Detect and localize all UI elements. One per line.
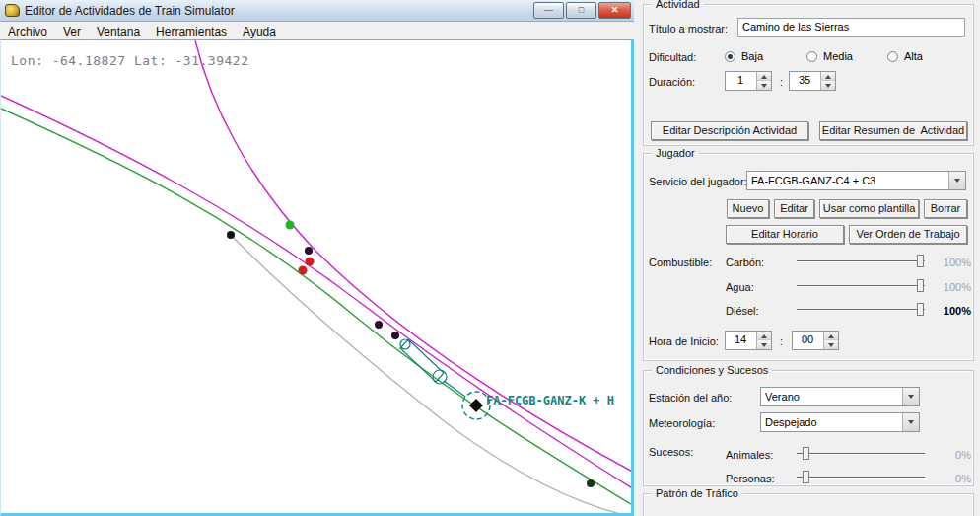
use-as-template-button[interactable]: Usar como plantilla [819,199,919,218]
group-patron-trafico: Patrón de Tráfico [643,493,974,516]
dropdown-arrow-icon[interactable] [948,172,965,189]
menu-herramientas[interactable]: Herramientas [148,24,235,39]
menu-ventana[interactable]: Ventana [89,24,148,39]
waypoint-dot[interactable] [391,332,399,339]
events-label: Sucesos: [649,446,693,458]
slider-track [797,285,925,287]
difficulty-label: Dificultad: [649,51,696,63]
slider-thumb[interactable] [803,471,809,483]
dropdown-arrow-icon[interactable] [902,388,919,405]
radio-alta-label: Alta [904,50,923,62]
waypoint-dot[interactable] [587,479,595,487]
edit-summary-button[interactable]: Editar Resumen de Actividad [819,121,967,140]
slider-thumb[interactable] [917,279,924,292]
waypoint-dot[interactable] [306,258,315,266]
delete-service-button[interactable]: Borrar [924,199,967,218]
radio-media-icon [806,51,817,62]
people-slider[interactable] [797,471,925,484]
weather-label: Meteorología: [649,417,715,429]
route-map-canvas[interactable]: Lon: -64.18827 Lat: -31.39422 FA-FCGB-GA… [0,39,634,516]
diesel-slider[interactable] [797,303,925,317]
radio-baja-icon [725,51,735,62]
activity-properties-panel: Actividad Título a mostrar: Camino de la… [634,0,980,516]
radio-baja-label: Baja [741,50,763,62]
edit-description-button[interactable]: Editar Descripción Actividad [651,121,808,140]
duration-separator: : [780,76,783,88]
slider-thumb[interactable] [917,303,924,316]
waypoint-dot[interactable] [375,321,383,329]
water-slider[interactable] [797,279,925,293]
activity-title-input[interactable]: Camino de las Sierras [737,18,965,37]
group-condiciones-title: Condiciones y Sucesos [652,364,772,376]
new-service-button[interactable]: Nuevo [727,199,769,218]
duration-minutes-spinner[interactable]: 35 [789,71,836,91]
track-magenta-line[interactable] [1,96,631,494]
minimize-button-icon[interactable]: — [533,2,564,19]
title-label: Título a mostrar: [649,23,728,35]
activity-editor-window: Editor de Actividades de Train Simulator… [0,0,634,516]
window-title: Editor de Actividades de Train Simulator [25,4,235,18]
spin-up-icon[interactable] [820,72,835,81]
track-green-line[interactable] [1,109,631,512]
waypoint-dot[interactable] [227,231,235,239]
coal-slider[interactable] [797,255,925,268]
dropdown-arrow-icon[interactable] [902,413,919,431]
track-map[interactable] [1,40,631,513]
duration-minutes-value: 35 [790,74,819,86]
season-combobox[interactable]: Verano [760,387,920,406]
weather-combobox[interactable]: Despejado [760,412,920,432]
menu-archivo[interactable]: Archivo [0,24,55,39]
edit-schedule-button[interactable]: Editar Horario [726,225,844,244]
close-button-icon[interactable]: ✕ [598,2,631,19]
spin-up-icon[interactable] [756,332,771,340]
radio-alta[interactable]: Alta [887,50,899,62]
player-service-combobox[interactable]: FA-FCGB-GANZ-C4 + C3 [746,171,966,190]
animals-percent: 0% [930,449,971,461]
service-marker-label[interactable]: FA-FCGB-GANZ-K + H [486,394,614,407]
duration-hours-value: 1 [726,74,755,86]
track-node-marker[interactable] [400,339,410,349]
track-magenta-curve[interactable] [195,40,631,477]
app-icon [5,4,20,17]
waypoint-dot[interactable] [286,221,295,230]
spin-down-icon[interactable] [756,81,771,90]
spin-down-icon[interactable] [820,81,835,90]
spin-down-icon[interactable] [756,340,771,349]
water-percent: 100% [930,281,971,293]
coal-label: Carbón: [726,257,764,268]
player-service-value: FA-FCGB-GANZ-C4 + C3 [751,175,875,186]
spin-up-icon[interactable] [756,72,771,81]
player-service-label: Servicio del jugador: [649,176,747,187]
people-label: Personas: [726,473,775,484]
spin-down-icon[interactable] [823,340,838,349]
start-minute-spinner[interactable]: 00 [792,331,839,350]
animals-slider[interactable] [797,447,925,461]
duration-hours-spinner[interactable]: 1 [725,71,772,91]
slider-thumb[interactable] [803,447,809,460]
menu-ver[interactable]: Ver [55,24,89,39]
maximize-button-icon[interactable]: □ [566,2,596,19]
group-actividad-title: Actividad [652,0,704,10]
season-value: Verano [765,391,800,403]
spin-up-icon[interactable] [823,332,838,340]
track-gray-line[interactable] [231,235,631,513]
view-work-order-button[interactable]: Ver Orden de Trabajo [849,225,967,244]
menu-ayuda[interactable]: Ayuda [235,24,284,39]
title-bar[interactable]: Editor de Actividades de Train Simulator… [0,0,634,22]
slider-track [797,477,925,479]
time-separator: : [780,335,783,347]
radio-media[interactable]: Media [806,50,818,62]
slider-track [797,309,925,311]
waypoint-dot[interactable] [305,247,313,255]
group-jugador-title: Jugador [652,147,699,159]
diesel-percent: 100% [930,305,971,317]
start-hour-spinner[interactable]: 14 [725,331,772,350]
slider-thumb[interactable] [917,255,924,267]
weather-value: Despejado [765,416,817,428]
edit-service-button[interactable]: Editar [774,199,814,218]
water-label: Agua: [726,281,754,293]
selection-rectangle-marker[interactable] [400,339,444,382]
radio-baja[interactable]: Baja [725,50,736,62]
waypoint-dot[interactable] [299,266,308,275]
cursor-coordinates: Lon: -64.18827 Lat: -31.39422 [11,53,248,68]
